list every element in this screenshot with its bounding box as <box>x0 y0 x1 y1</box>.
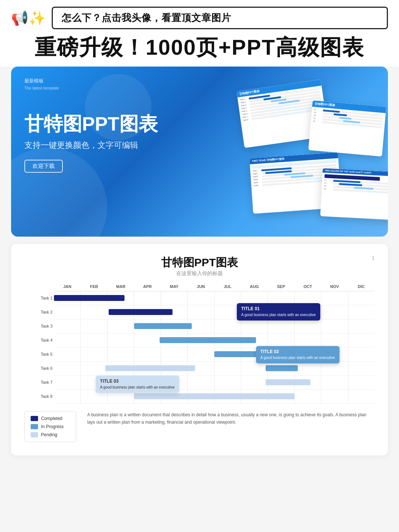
month-mar: MAR <box>108 284 134 289</box>
legend-label-inprogress: In Progress <box>41 424 64 429</box>
hero-tag-cn: 最新模板 <box>24 78 158 84</box>
task6-label: Task 6 <box>24 366 52 370</box>
month-apr: APR <box>134 284 161 289</box>
task1-bar <box>54 295 125 301</box>
slide-card-4: TWO HALVES OF THE YEAR GANTT CHART T1 T2… <box>320 168 388 220</box>
task1-label: Task 1 <box>24 296 52 300</box>
task6-bar-pending <box>105 365 195 371</box>
task8-label: Task 8 <box>24 394 52 399</box>
legend-color-completed <box>31 416 38 421</box>
gantt-row-task6: Task 6 <box>54 362 375 376</box>
slide4-body: T1 T2 T3 T4 <box>321 173 388 196</box>
task7-bar <box>266 379 311 385</box>
month-jul: JUL <box>214 284 241 289</box>
tooltip-title03: TITLE 03 A good business plan starts wit… <box>96 376 179 393</box>
task5-label: Task 5 <box>24 352 52 356</box>
hero-tag-en: The latest template <box>24 86 158 90</box>
hero-subtitle: 支持一键更换颜色，文字可编辑 <box>24 140 158 151</box>
tooltip1-desc: A good business plan starts with an exec… <box>241 312 316 318</box>
gantt-month-headers: JAN FEB MAR APR MAY JUN JUL AUG SEP OCT … <box>54 284 375 291</box>
gantt-chart: JAN FEB MAR APR MAY JUN JUL AUG SEP OCT … <box>24 284 375 404</box>
month-aug: AUG <box>241 284 267 289</box>
month-sep: SEP <box>268 284 294 289</box>
legend-label-pending: Pending <box>41 432 57 437</box>
legend-label-completed: Completed <box>41 416 62 421</box>
page-number: 1 <box>372 255 375 261</box>
legend-completed: Completed <box>31 416 70 421</box>
gantt-row-task4: Task 4 <box>54 333 375 348</box>
task2-bar <box>109 309 173 315</box>
gantt-legend: Completed In Progress Pending <box>24 411 76 442</box>
task2-label: Task 2 <box>24 310 52 314</box>
gantt-title: 甘特图PPT图表 <box>24 255 375 270</box>
task6-bar-inprogress <box>266 365 298 371</box>
month-dic: DIC <box>348 284 375 289</box>
month-may: MAY <box>161 284 187 289</box>
gantt-rows-area: Task 1 Task 2 Task 3 Task <box>54 291 375 404</box>
top-banner: 📢✨ 怎么下？点击我头像，看置顶文章图片 <box>0 0 399 33</box>
legend-color-pending <box>31 432 38 437</box>
gantt-subtitle: 在这里输入你的标题 <box>24 270 375 277</box>
tooltip3-title: TITLE 03 <box>100 379 175 384</box>
month-feb: FEB <box>81 284 107 289</box>
tooltip3-desc: A good business plan starts with an exec… <box>100 385 175 390</box>
banner-text: 怎么下？点击我头像，看置顶文章图片 <box>62 12 231 23</box>
task4-bar <box>160 337 256 343</box>
gantt-section: 甘特图PPT图表 在这里输入你的标题 1 JAN FEB MAR APR MAY… <box>11 244 388 455</box>
tooltip1-title: TITLE 01 <box>241 306 316 311</box>
legend-inprogress: In Progress <box>31 424 70 429</box>
gantt-header: 甘特图PPT图表 在这里输入你的标题 <box>24 255 375 277</box>
gantt-row-task3: Task 3 <box>54 319 375 333</box>
month-jan: JAN <box>54 284 81 289</box>
megaphone-icon: 📢✨ <box>11 11 46 25</box>
month-nov: NOV <box>321 284 348 289</box>
tooltip-title02: TITLE 02 A good business plan starts wit… <box>256 346 340 363</box>
legend-pending: Pending <box>31 432 70 437</box>
hero-slides: 甘特图PPT图表 Task 1 Task 2 Task 3 Task 4 <box>185 74 388 233</box>
task8-bar <box>134 393 294 399</box>
month-oct: OCT <box>294 284 321 289</box>
task3-bar <box>134 323 192 329</box>
legend-color-inprogress <box>31 424 38 429</box>
headline-bar: 重磅升级！1000页+PPT高级图表 <box>0 33 399 67</box>
headline-text: 重磅升级！1000页+PPT高级图表 <box>11 35 388 60</box>
hero-download-button[interactable]: 欢迎下载 <box>24 160 63 173</box>
hero-section: 最新模板 The latest template 甘特图PPT图表 支持一键更换… <box>11 67 388 237</box>
slide-card-2: 甘特图PPT图表 T1 T2 T3 T4 <box>308 100 386 156</box>
banner-box: 怎么下？点击我头像，看置顶文章图片 <box>52 7 388 29</box>
tooltip2-title: TITLE 02 <box>260 349 335 354</box>
task7-label: Task 7 <box>24 380 52 384</box>
gantt-description: A business plan is a written document th… <box>87 411 375 426</box>
gantt-footer: Completed In Progress Pending A business… <box>24 411 375 442</box>
gantt-row-task2: Task 2 <box>54 305 375 319</box>
hero-title: 甘特图PPT图表 <box>24 112 158 135</box>
tooltip-title01: TITLE 01 A good business plan starts wit… <box>237 303 320 321</box>
tooltip2-desc: A good business plan starts with an exec… <box>260 355 335 360</box>
task3-label: Task 3 <box>24 324 52 328</box>
gantt-row-task1: Task 1 <box>54 291 375 305</box>
task4-label: Task 4 <box>24 338 52 342</box>
month-jun: JUN <box>188 284 214 289</box>
hero-left: 最新模板 The latest template 甘特图PPT图表 支持一键更换… <box>24 78 158 173</box>
